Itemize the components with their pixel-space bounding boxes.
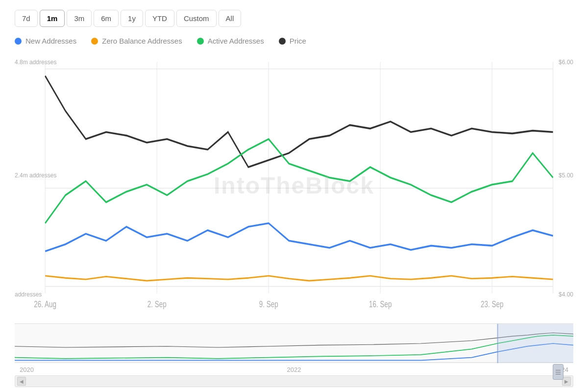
svg-text:26. Aug: 26. Aug: [34, 299, 56, 309]
time-btn-7d[interactable]: 7d: [15, 10, 38, 27]
svg-text:23. Sep: 23. Sep: [481, 299, 503, 309]
nav-thumb[interactable]: [553, 364, 564, 380]
y-label-right-top: $6.00: [559, 59, 573, 66]
svg-text:16. Sep: 16. Sep: [369, 299, 392, 309]
legend-item-price: Price: [279, 37, 306, 45]
main-chart-svg: 26. Aug 2. Sep 9. Sep 16. Sep 23. Sep: [15, 55, 573, 321]
nav-arrow-left[interactable]: ◀: [17, 377, 26, 386]
time-btn-6m[interactable]: 6m: [94, 10, 119, 27]
time-btn-1y[interactable]: 1y: [121, 10, 143, 27]
y-label-left-mid: 2.4m addresses: [15, 172, 56, 179]
legend-dot-new-addresses: [15, 38, 22, 45]
chart-legend: New Addresses Zero Balance Addresses Act…: [15, 37, 573, 45]
time-btn-1m[interactable]: 1m: [40, 10, 65, 27]
legend-item-zero-balance: Zero Balance Addresses: [91, 37, 182, 45]
legend-label-new-addresses: New Addresses: [25, 37, 76, 45]
main-chart: 4.8m addresses 2.4m addresses addresses …: [15, 55, 573, 321]
nav-scrollbar[interactable]: ◀ ▶: [15, 375, 573, 387]
y-label-right-mid: $5.00: [559, 172, 573, 179]
time-btn-custom[interactable]: Custom: [176, 10, 217, 27]
mini-chart-svg: [15, 324, 573, 363]
svg-rect-16: [497, 324, 573, 363]
time-range-selector: 7d1m3m6m1yYTDCustomAll: [15, 10, 573, 27]
y-label-right-bot: $4.00: [559, 291, 573, 298]
mini-x-labels: 2020 2022 2024: [15, 366, 573, 373]
chart-area: 4.8m addresses 2.4m addresses addresses …: [15, 55, 573, 382]
y-label-left-bot: addresses: [15, 291, 42, 298]
app-container: 7d1m3m6m1yYTDCustomAll New Addresses Zer…: [0, 0, 588, 392]
legend-item-new-addresses: New Addresses: [15, 37, 76, 45]
legend-dot-active-addresses: [197, 38, 204, 45]
legend-dot-price: [279, 38, 286, 45]
mini-chart-container: 2020 2022 2024 ◀ ▶: [15, 323, 573, 382]
mini-label-2022: 2022: [287, 366, 301, 373]
y-label-left-top: 4.8m addresses: [15, 59, 56, 66]
legend-label-price: Price: [290, 37, 306, 45]
time-btn-ytd[interactable]: YTD: [145, 10, 174, 27]
mini-label-2020: 2020: [20, 366, 34, 373]
legend-label-zero-balance: Zero Balance Addresses: [102, 37, 182, 45]
legend-dot-zero-balance: [91, 38, 98, 45]
legend-label-active-addresses: Active Addresses: [208, 37, 264, 45]
svg-rect-17: [497, 324, 498, 363]
legend-item-active-addresses: Active Addresses: [197, 37, 264, 45]
time-btn-all[interactable]: All: [219, 10, 242, 27]
svg-text:2. Sep: 2. Sep: [147, 299, 167, 309]
time-btn-3m[interactable]: 3m: [67, 10, 92, 27]
svg-text:9. Sep: 9. Sep: [259, 299, 278, 309]
